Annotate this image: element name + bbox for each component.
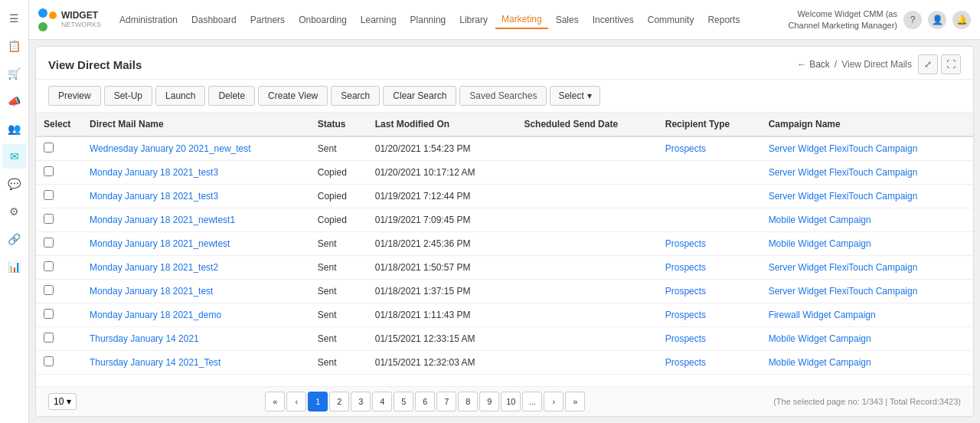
nav-link-partners[interactable]: Partners: [244, 11, 291, 28]
row-campaign[interactable]: Server Widget FlexiTouch Campaign: [761, 161, 973, 185]
row-campaign[interactable]: Server Widget FlexiTouch Campaign: [761, 136, 973, 161]
row-campaign[interactable]: Server Widget FlexiTouch Campaign: [761, 256, 973, 280]
row-checkbox[interactable]: [44, 166, 54, 176]
row-name[interactable]: Monday January 18 2021_test3: [82, 185, 310, 208]
row-campaign[interactable]: Mobile Widget Campaign: [761, 208, 973, 232]
sidebar-item-users[interactable]: 👥: [2, 116, 27, 141]
nav-link-dashboard[interactable]: Dashboard: [185, 11, 243, 28]
back-button[interactable]: ← Back: [797, 59, 830, 70]
pagination: «‹12345678910...›»: [265, 392, 585, 412]
row-checkbox-cell: [36, 351, 82, 375]
sidebar-item-mail[interactable]: ✉: [2, 144, 27, 169]
row-checkbox[interactable]: [44, 333, 54, 343]
page-btn-7[interactable]: 7: [436, 392, 456, 412]
page-btn-4[interactable]: 4: [372, 392, 392, 412]
preview-button[interactable]: Preview: [48, 86, 101, 106]
pagination-ellipsis[interactable]: ...: [522, 392, 542, 412]
nav-link-administration[interactable]: Administration: [113, 11, 184, 28]
row-name[interactable]: Wednesday January 20 2021_new_test: [82, 136, 310, 161]
nav-link-planning[interactable]: Planning: [404, 11, 452, 28]
nav-link-incentives[interactable]: Incentives: [586, 11, 640, 28]
row-status: Copied: [310, 185, 368, 208]
row-campaign[interactable]: Mobile Widget Campaign: [761, 327, 973, 351]
circle-orange: [49, 11, 57, 19]
help-icon[interactable]: ?: [903, 11, 922, 29]
user-icon[interactable]: 👤: [928, 11, 946, 29]
row-campaign[interactable]: Firewall Widget Campaign: [761, 303, 973, 327]
select-dropdown[interactable]: Select ▾: [550, 86, 599, 106]
launch-button[interactable]: Launch: [155, 86, 205, 106]
row-campaign[interactable]: Server Widget FlexiTouch Campaign: [761, 280, 973, 303]
row-last-modified: 01/19/2021 7:12:44 PM: [368, 185, 517, 208]
sidebar-item-cart[interactable]: 🛒: [2, 61, 27, 86]
row-last-modified: 01/19/2021 7:09:45 PM: [368, 208, 517, 232]
table-body: Wednesday January 20 2021_new_testSent01…: [36, 136, 973, 375]
page-size-selector[interactable]: 10 ▾: [48, 393, 77, 410]
row-checkbox[interactable]: [44, 143, 54, 152]
row-campaign[interactable]: Mobile Widget Campaign: [761, 351, 973, 375]
row-scheduled-send: [516, 185, 657, 208]
page-btn-9[interactable]: 9: [479, 392, 499, 412]
page-btn-1[interactable]: 1: [308, 392, 328, 412]
expand-icon-button[interactable]: ⤢: [918, 54, 938, 74]
row-last-modified: 01/15/2021 12:33:15 AM: [368, 327, 517, 351]
row-checkbox[interactable]: [44, 238, 54, 248]
page-btn-2[interactable]: 2: [329, 392, 349, 412]
page-btn-8[interactable]: 8: [458, 392, 478, 412]
sidebar-item-megaphone[interactable]: 📣: [2, 89, 27, 113]
row-name[interactable]: Thursday January 14 2021: [82, 327, 310, 351]
setup-button[interactable]: Set-Up: [104, 86, 152, 106]
row-name[interactable]: Monday January 18 2021_test: [82, 280, 310, 303]
clear-search-button[interactable]: Clear Search: [383, 86, 456, 106]
nav-link-community[interactable]: Community: [642, 11, 701, 28]
fullscreen-icon-button[interactable]: ⛶: [941, 54, 961, 74]
row-checkbox[interactable]: [44, 190, 54, 200]
delete-button[interactable]: Delete: [208, 86, 255, 106]
pagination-next[interactable]: ›: [544, 392, 564, 412]
row-scheduled-send: [516, 256, 657, 280]
search-button[interactable]: Search: [331, 86, 380, 106]
row-name[interactable]: Monday January 18 2021_demo: [82, 303, 310, 327]
row-name[interactable]: Monday January 18 2021_newtest: [82, 232, 310, 256]
nav-link-sales[interactable]: Sales: [550, 11, 585, 28]
row-campaign[interactable]: Mobile Widget Campaign: [761, 232, 973, 256]
row-checkbox[interactable]: [44, 214, 54, 224]
row-name[interactable]: Monday January 18 2021_newtest1: [82, 208, 310, 232]
notification-icon[interactable]: 🔔: [952, 11, 971, 29]
row-checkbox-cell: [36, 136, 82, 161]
page-btn-5[interactable]: 5: [394, 392, 413, 412]
pagination-prev[interactable]: ‹: [286, 392, 306, 412]
pagination-first[interactable]: «: [265, 392, 285, 412]
page-btn-10[interactable]: 10: [501, 392, 521, 412]
sidebar-item-link[interactable]: 🔗: [2, 227, 27, 251]
select-label: Select: [558, 90, 583, 101]
nav-link-learning[interactable]: Learning: [354, 11, 403, 28]
row-name[interactable]: Monday January 18 2021_test3: [82, 161, 310, 185]
logo-brand: WIDGET: [61, 11, 101, 21]
row-checkbox[interactable]: [44, 356, 54, 366]
sidebar-item-settings[interactable]: ⚙: [2, 199, 27, 224]
row-checkbox[interactable]: [44, 285, 54, 295]
table-row: Monday January 18 2021_test3Copied01/20/…: [36, 161, 973, 185]
row-checkbox[interactable]: [44, 309, 54, 319]
sidebar-item-menu[interactable]: ☰: [2, 6, 27, 31]
nav-link-marketing[interactable]: Marketing: [495, 11, 548, 29]
nav-link-library[interactable]: Library: [453, 11, 494, 28]
sidebar-item-clipboard[interactable]: 📋: [2, 34, 27, 58]
saved-searches-button[interactable]: Saved Searches: [459, 86, 547, 106]
sidebar-item-report[interactable]: 📊: [2, 254, 27, 279]
row-scheduled-send: [516, 208, 657, 232]
pagination-last[interactable]: »: [565, 392, 585, 412]
create-view-button[interactable]: Create View: [258, 86, 328, 106]
row-name[interactable]: Monday January 18 2021_test2: [82, 256, 310, 280]
row-name[interactable]: Thursday January 14 2021_Test: [82, 351, 310, 375]
row-checkbox[interactable]: [44, 261, 54, 271]
sidebar-item-chat[interactable]: 💬: [2, 172, 27, 196]
page-btn-6[interactable]: 6: [415, 392, 435, 412]
page-btn-3[interactable]: 3: [351, 392, 371, 412]
row-checkbox-cell: [36, 327, 82, 351]
row-status: Copied: [310, 161, 368, 185]
nav-link-reports[interactable]: Reports: [701, 11, 746, 28]
nav-link-onboarding[interactable]: Onboarding: [292, 11, 353, 28]
row-campaign[interactable]: Server Widget FlexiTouch Campaign: [761, 185, 973, 208]
